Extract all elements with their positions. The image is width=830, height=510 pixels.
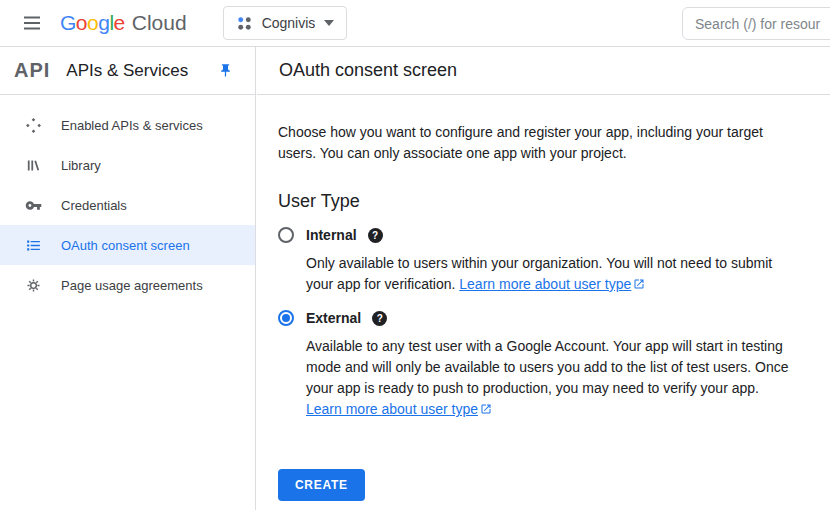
search-input[interactable] (682, 7, 830, 40)
sidebar-item-label: OAuth consent screen (61, 238, 190, 253)
help-icon[interactable]: ? (368, 228, 383, 243)
chevron-down-icon (324, 20, 334, 26)
pin-icon (218, 63, 233, 78)
project-icon (236, 15, 253, 32)
link-text: Learn more about user type (306, 401, 478, 417)
sidebar-title: APIs & Services (66, 61, 211, 81)
external-radio[interactable] (278, 310, 294, 326)
external-link-icon (480, 403, 492, 415)
project-selector-button[interactable]: Cognivis (223, 6, 348, 40)
description-text: Available to any test user with a Google… (306, 338, 789, 396)
key-icon (25, 197, 42, 214)
google-cloud-logo[interactable]: G o o g l e Cloud (60, 11, 187, 35)
logo-letter: o (76, 11, 87, 35)
main-menu-button[interactable] (12, 3, 52, 43)
intro-text: Choose how you want to configure and reg… (278, 122, 794, 164)
internal-description: Only available to users within your orga… (306, 253, 800, 295)
user-type-option-external: External ? Available to any test user wi… (278, 310, 806, 420)
main-content: Choose how you want to configure and reg… (257, 95, 830, 501)
sidebar-item-credentials[interactable]: Credentials (0, 185, 255, 225)
pin-button[interactable] (211, 57, 239, 85)
logo-letter: e (114, 11, 125, 35)
user-type-option-internal: Internal ? Only available to users withi… (278, 227, 806, 295)
sidebar-item-oauth-consent-screen[interactable]: OAuth consent screen (0, 225, 255, 265)
logo-letter: o (87, 11, 98, 35)
top-bar: G o o g l e Cloud Cognivis (0, 0, 830, 47)
main-header: OAuth consent screen (257, 47, 830, 95)
internal-radio[interactable] (278, 227, 294, 243)
main-panel: OAuth consent screen Choose how you want… (257, 47, 830, 510)
logo-cloud-text: Cloud (132, 11, 187, 35)
library-icon (25, 157, 42, 174)
sidebar-item-label: Enabled APIs & services (61, 118, 203, 133)
learn-more-link[interactable]: Learn more about user type (306, 401, 492, 417)
logo-letter: g (98, 11, 109, 35)
external-link-icon (633, 278, 645, 290)
learn-more-link[interactable]: Learn more about user type (459, 276, 645, 292)
external-label[interactable]: External (306, 310, 361, 326)
help-icon[interactable]: ? (372, 311, 387, 326)
sidebar-header: API APIs & Services (0, 47, 255, 95)
option-head: Internal ? (278, 227, 806, 243)
internal-label[interactable]: Internal (306, 227, 357, 243)
sidebar-item-label: Credentials (61, 198, 127, 213)
sidebar-nav: Enabled APIs & services Library Credenti… (0, 95, 255, 305)
link-text: Learn more about user type (459, 276, 631, 292)
logo-letter: G (60, 11, 76, 35)
enabled-apis-icon (25, 117, 42, 134)
sidebar-item-enabled-apis[interactable]: Enabled APIs & services (0, 105, 255, 145)
page-title: OAuth consent screen (279, 60, 457, 81)
sidebar-item-label: Library (61, 158, 101, 173)
hamburger-icon (23, 14, 41, 32)
option-head: External ? (278, 310, 806, 326)
api-logo: API (14, 59, 50, 82)
page-usage-icon (25, 277, 42, 294)
oauth-consent-icon (25, 237, 42, 254)
sidebar-item-page-usage-agreements[interactable]: Page usage agreements (0, 265, 255, 305)
create-button[interactable]: CREATE (278, 469, 365, 501)
project-name: Cognivis (262, 15, 316, 31)
sidebar: API APIs & Services Enabled APIs & servi… (0, 47, 256, 510)
external-description: Available to any test user with a Google… (306, 336, 800, 420)
user-type-heading: User Type (278, 191, 806, 212)
sidebar-item-label: Page usage agreements (61, 278, 203, 293)
sidebar-item-library[interactable]: Library (0, 145, 255, 185)
